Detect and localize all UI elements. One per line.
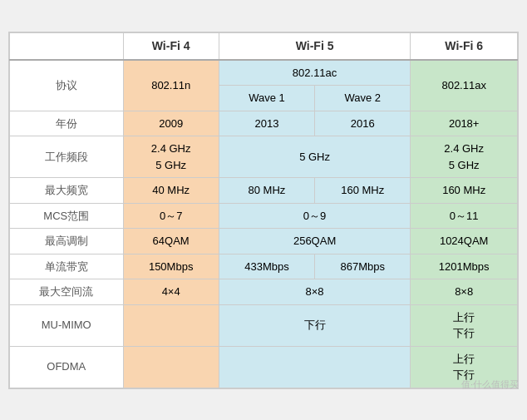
header-wifi4: Wi-Fi 4	[123, 32, 219, 60]
mcs-row: MCS范围 0～7 0～9 0～11	[10, 203, 518, 229]
wifi-comparison-table: Wi-Fi 4 Wi-Fi 5 Wi-Fi 6 协议 802.11n 802.1…	[9, 32, 518, 388]
wifi5-freq: 5 GHz	[219, 136, 411, 178]
header-wifi5: Wi-Fi 5	[219, 32, 411, 60]
wifi5-mcs: 0～9	[219, 203, 411, 229]
wifi5-protocol-top: 802.11ac	[219, 60, 411, 86]
wifi6-mumimo: 上行下行	[411, 304, 518, 346]
label-stream-bw: 单流带宽	[10, 254, 124, 279]
wifi5-wave1-bw: 80 MHz	[219, 178, 314, 204]
wifi5-wave1-year: 2013	[219, 111, 314, 136]
watermark-text: 值·什么值得买	[461, 378, 519, 391]
table-container: Wi-Fi 4 Wi-Fi 5 Wi-Fi 6 协议 802.11n 802.1…	[8, 32, 519, 389]
wifi5-wave2-bw: 160 MHz	[315, 178, 411, 204]
label-spatial: 最大空间流	[10, 279, 124, 305]
wifi6-freq: 2.4 GHz5 GHz	[411, 136, 518, 178]
mod-row: 最高调制 64QAM 256QAM 1024QAM	[10, 229, 518, 254]
wifi4-year: 2009	[123, 111, 219, 136]
wifi6-mcs: 0～11	[411, 203, 518, 229]
label-mcs: MCS范围	[10, 203, 124, 229]
wifi5-wave2-label: Wave 2	[315, 86, 411, 111]
protocol-row-top: 协议 802.11n 802.11ac 802.11ax	[10, 60, 518, 86]
wifi5-spatial: 8×8	[219, 279, 411, 305]
wifi4-mod: 64QAM	[123, 229, 219, 254]
label-freq: 工作频段	[10, 136, 124, 178]
wifi6-protocol: 802.11ax	[411, 60, 518, 111]
label-mumimo: MU-MIMO	[10, 304, 124, 346]
wifi4-mumimo	[123, 304, 219, 346]
label-ofdma: OFDMA	[10, 346, 124, 388]
label-year: 年份	[10, 111, 124, 136]
wifi4-freq: 2.4 GHz5 GHz	[123, 136, 219, 178]
wifi6-mod: 1024QAM	[411, 229, 518, 254]
wifi5-wave2-stream-bw: 867Mbps	[315, 254, 411, 279]
label-protocol: 协议	[10, 60, 124, 111]
wifi4-mcs: 0～7	[123, 203, 219, 229]
wifi5-mod: 256QAM	[219, 229, 411, 254]
mumimo-row: MU-MIMO 下行 上行下行	[10, 304, 518, 346]
stream-bw-row: 单流带宽 150Mbps 433Mbps 867Mbps 1201Mbps	[10, 254, 518, 279]
wifi6-stream-bw: 1201Mbps	[411, 254, 518, 279]
wifi5-ofdma	[219, 346, 411, 388]
wifi4-bw: 40 MHz	[123, 178, 219, 204]
label-bw: 最大频宽	[10, 178, 124, 204]
wifi5-mumimo: 下行	[219, 304, 411, 346]
wifi4-spatial: 4×4	[123, 279, 219, 305]
wifi5-wave1-stream-bw: 433Mbps	[219, 254, 314, 279]
ofdma-row: OFDMA 上行下行	[10, 346, 518, 388]
label-mod: 最高调制	[10, 229, 124, 254]
comparison-table-wrapper: Wi-Fi 4 Wi-Fi 5 Wi-Fi 6 协议 802.11n 802.1…	[0, 23, 527, 398]
bw-row: 最大频宽 40 MHz 80 MHz 160 MHz 160 MHz	[10, 178, 518, 204]
header-empty	[10, 32, 124, 60]
wifi4-ofdma	[123, 346, 219, 388]
wifi5-wave2-year: 2016	[315, 111, 411, 136]
wifi6-spatial: 8×8	[411, 279, 518, 305]
freq-row: 工作频段 2.4 GHz5 GHz 5 GHz 2.4 GHz5 GHz	[10, 136, 518, 178]
wifi6-year: 2018+	[411, 111, 518, 136]
header-wifi6: Wi-Fi 6	[411, 32, 518, 60]
wifi6-bw: 160 MHz	[411, 178, 518, 204]
year-row: 年份 2009 2013 2016 2018+	[10, 111, 518, 136]
header-row: Wi-Fi 4 Wi-Fi 5 Wi-Fi 6	[10, 32, 518, 60]
wifi4-protocol: 802.11n	[123, 60, 219, 111]
spatial-row: 最大空间流 4×4 8×8 8×8	[10, 279, 518, 305]
wifi4-stream-bw: 150Mbps	[123, 254, 219, 279]
wifi5-wave1-label: Wave 1	[219, 86, 314, 111]
